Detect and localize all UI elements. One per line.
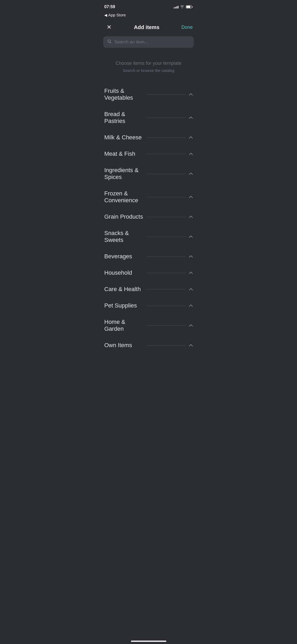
category-divider-line: [147, 237, 186, 237]
search-input[interactable]: [114, 39, 190, 45]
category-label: Pet Supplies: [104, 302, 144, 309]
chevron-up-icon: [189, 343, 193, 348]
category-label: Fruits & Vegetables: [104, 88, 144, 101]
category-item[interactable]: Ingredients & Spices: [99, 162, 198, 185]
category-item[interactable]: Snacks & Sweets: [99, 225, 198, 248]
chevron-up-icon: [189, 287, 193, 292]
signal-bars-icon: [174, 5, 178, 8]
empty-state-subtitle: Search or browse the catalog: [104, 68, 193, 73]
category-item[interactable]: Milk & Cheese: [99, 129, 198, 146]
status-icons: [174, 5, 193, 9]
chevron-up-icon: [189, 270, 193, 275]
chevron-up-icon: [189, 92, 193, 97]
category-divider-line: [147, 118, 186, 118]
category-divider-line: [147, 94, 186, 95]
page-title: Add items: [114, 24, 180, 30]
category-item[interactable]: Grain Products: [99, 209, 198, 225]
category-item[interactable]: Own Items: [99, 337, 198, 353]
empty-state-title: Choose items for your template: [104, 61, 193, 66]
category-divider-line: [147, 345, 186, 346]
search-icon: [107, 39, 112, 45]
back-text: App Store: [108, 13, 126, 17]
category-label: Household: [104, 269, 144, 276]
category-label: Home & Garden: [104, 319, 144, 332]
category-item[interactable]: Bread & Pastries: [99, 106, 198, 129]
wifi-icon: [180, 5, 184, 9]
search-container: [99, 36, 198, 50]
category-divider-line: [147, 137, 186, 138]
chevron-up-icon: [189, 135, 193, 140]
chevron-up-icon: [189, 303, 193, 308]
category-label: Snacks & Sweets: [104, 230, 144, 243]
category-label: Own Items: [104, 342, 144, 349]
category-divider-line: [147, 306, 186, 306]
chevron-up-icon: [189, 115, 193, 120]
search-bar[interactable]: [103, 36, 194, 48]
status-time: 07:59: [104, 4, 115, 9]
chevron-up-icon: [189, 323, 193, 328]
chevron-up-icon: [189, 171, 193, 176]
category-divider-line: [147, 154, 186, 154]
category-label: Beverages: [104, 253, 144, 260]
done-button[interactable]: Done: [180, 25, 193, 30]
signal-bar-1: [174, 7, 175, 8]
category-divider-line: [147, 256, 186, 257]
category-item[interactable]: Frozen & Convenience: [99, 185, 198, 209]
category-item[interactable]: Home & Garden: [99, 314, 198, 337]
category-item[interactable]: Pet Supplies: [99, 297, 198, 314]
chevron-up-icon: [189, 234, 193, 239]
chevron-up-icon: [189, 151, 193, 156]
header: ✕ Add items Done: [99, 19, 198, 36]
category-item[interactable]: Meat & Fish: [99, 146, 198, 162]
category-item[interactable]: Fruits & Vegetables: [99, 83, 198, 106]
category-label: Milk & Cheese: [104, 134, 144, 141]
categories-list: Fruits & VegetablesBread & PastriesMilk …: [99, 81, 198, 359]
category-item[interactable]: Care & Health: [99, 281, 198, 297]
category-label: Meat & Fish: [104, 150, 144, 157]
signal-bar-3: [176, 6, 177, 8]
signal-bar-2: [175, 7, 176, 8]
category-divider-line: [147, 273, 186, 273]
chevron-up-icon: [189, 195, 193, 199]
category-label: Care & Health: [104, 286, 144, 293]
category-divider-line: [147, 174, 186, 174]
category-item[interactable]: Household: [99, 265, 198, 281]
back-arrow-icon: ◀: [104, 13, 107, 17]
app-store-back[interactable]: ◀ App Store: [99, 12, 198, 19]
svg-line-1: [110, 42, 111, 43]
battery-icon: [186, 5, 193, 8]
signal-bar-4: [178, 6, 178, 8]
category-item[interactable]: Beverages: [99, 248, 198, 265]
close-button[interactable]: ✕: [104, 22, 114, 32]
category-divider-line: [147, 197, 186, 197]
empty-state: Choose items for your template Search or…: [99, 50, 198, 81]
chevron-up-icon: [189, 214, 193, 219]
category-label: Ingredients & Spices: [104, 167, 144, 181]
category-divider-line: [147, 289, 186, 289]
category-label: Grain Products: [104, 213, 144, 220]
category-label: Frozen & Convenience: [104, 190, 144, 204]
category-label: Bread & Pastries: [104, 111, 144, 125]
status-bar: 07:59: [99, 0, 198, 12]
close-icon: ✕: [107, 24, 111, 30]
chevron-up-icon: [189, 254, 193, 259]
category-divider-line: [147, 217, 186, 217]
category-divider-line: [147, 325, 186, 326]
